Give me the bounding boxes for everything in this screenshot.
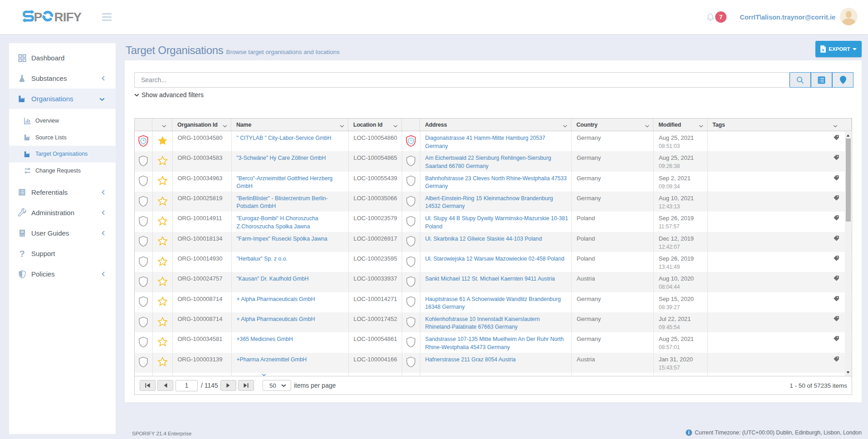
svg-text:P: P bbox=[34, 10, 42, 24]
svg-text:RIFY: RIFY bbox=[54, 10, 82, 24]
svg-text:x: x bbox=[822, 48, 824, 52]
